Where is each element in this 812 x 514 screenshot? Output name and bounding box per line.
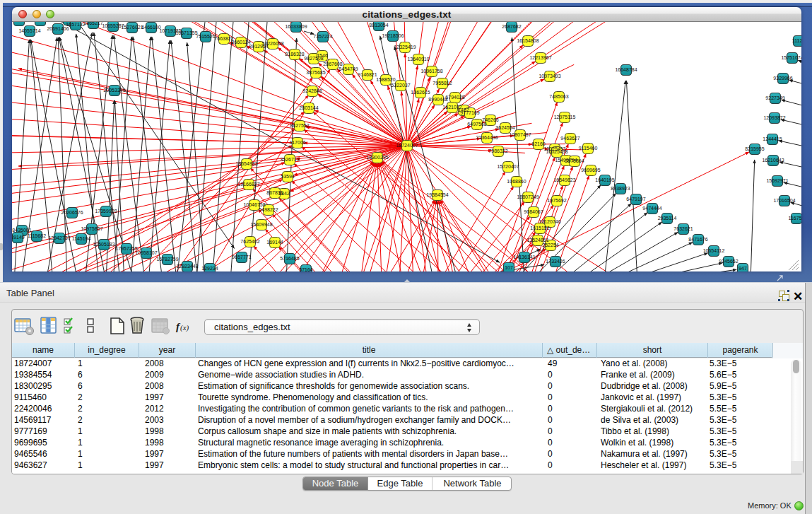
svg-text:18300295: 18300295 [366, 155, 388, 160]
svg-text:21364436: 21364436 [476, 135, 498, 140]
svg-text:1115682: 1115682 [28, 233, 46, 238]
svg-text:10025438: 10025438 [546, 149, 567, 154]
svg-text:116753: 116753 [789, 216, 801, 221]
svg-text:8938923: 8938923 [611, 186, 630, 191]
svg-text:107: 107 [505, 265, 513, 270]
svg-text:9084067: 9084067 [524, 209, 543, 214]
svg-text:11123: 11123 [792, 38, 801, 43]
svg-text:8813054: 8813054 [369, 23, 388, 28]
svg-text:8427552: 8427552 [290, 123, 309, 128]
svg-text:17957255: 17957255 [115, 246, 137, 251]
svg-text:15276021: 15276021 [121, 25, 143, 30]
svg-text:9146821: 9146821 [358, 72, 377, 77]
svg-text:10120746: 10120746 [539, 219, 560, 224]
svg-text:3526713: 3526713 [280, 157, 299, 162]
svg-text:6479197: 6479197 [626, 197, 645, 201]
svg-text:129234: 129234 [201, 266, 218, 271]
svg-text:12325419: 12325419 [394, 45, 416, 49]
svg-text:12213967: 12213967 [529, 55, 551, 60]
svg-text:20053346: 20053346 [103, 88, 125, 93]
svg-text:7986322: 7986322 [488, 148, 507, 153]
svg-text:16210643: 16210643 [762, 158, 784, 163]
svg-text:1640195: 1640195 [595, 177, 614, 182]
svg-text:9227349: 9227349 [765, 95, 784, 100]
svg-text:16033809: 16033809 [285, 24, 307, 29]
svg-text:10654112: 10654112 [703, 248, 725, 253]
svg-text:1975692: 1975692 [547, 198, 566, 203]
svg-text:5498222: 5498222 [259, 207, 278, 212]
svg-text:6466100: 6466100 [141, 25, 160, 30]
svg-text:5322037: 5322037 [391, 83, 410, 88]
svg-text:1244415: 1244415 [763, 136, 782, 141]
svg-text:17016504: 17016504 [773, 198, 795, 203]
svg-text:3575864: 3575864 [565, 158, 584, 163]
svg-text:6794028: 6794028 [445, 95, 464, 100]
svg-text:8471676: 8471676 [688, 237, 707, 242]
svg-text:19654983: 19654983 [235, 161, 257, 166]
svg-text:10046758: 10046758 [243, 202, 265, 207]
svg-text:1865217: 1865217 [83, 22, 102, 25]
svg-text:9329966: 9329966 [773, 76, 792, 81]
svg-text:15692971: 15692971 [766, 178, 788, 183]
svg-text:10807487: 10807487 [509, 132, 531, 137]
svg-text:53226058: 53226058 [261, 41, 283, 46]
svg-text:1657132: 1657132 [66, 22, 85, 27]
svg-text:1733426: 1733426 [546, 259, 565, 264]
svg-text:15409948: 15409948 [250, 222, 272, 227]
svg-text:16671355: 16671355 [175, 30, 197, 35]
svg-text:6497568: 6497568 [467, 122, 486, 127]
svg-text:10961758: 10961758 [420, 69, 442, 74]
svg-text:1588520: 1588520 [376, 77, 395, 82]
svg-text:8215955: 8215955 [745, 146, 764, 151]
svg-text:867831: 867831 [266, 190, 283, 195]
svg-text:2935114: 2935114 [658, 216, 677, 221]
svg-text:7357224: 7357224 [313, 34, 332, 39]
svg-text:417006: 417006 [289, 140, 305, 145]
svg-text:57164: 57164 [299, 267, 313, 271]
svg-text:12923448: 12923448 [176, 264, 198, 269]
svg-text:8454749: 8454749 [339, 66, 358, 71]
svg-text:947: 947 [739, 266, 747, 271]
svg-text:53594: 53594 [281, 174, 295, 179]
svg-text:20691406: 20691406 [47, 26, 69, 31]
svg-text:39149: 39149 [12, 235, 25, 240]
svg-text:14055714: 14055714 [18, 28, 40, 33]
svg-text:15720407: 15720407 [497, 164, 519, 169]
svg-text:19166827: 19166827 [237, 182, 259, 187]
svg-text:252254: 252254 [542, 243, 558, 247]
svg-text:19384554: 19384554 [426, 192, 448, 197]
svg-text:169144: 169144 [266, 240, 283, 245]
svg-text:2687682: 2687682 [502, 24, 521, 29]
svg-text:1615152: 1615152 [530, 226, 549, 230]
svg-text:3624554: 3624554 [495, 125, 514, 130]
svg-text:1068860: 1068860 [507, 179, 526, 184]
svg-text:10958107: 10958107 [135, 250, 157, 255]
svg-text:7625402: 7625402 [240, 239, 259, 244]
svg-text:1546: 1546 [317, 53, 328, 58]
svg-text:5716485: 5716485 [280, 256, 299, 261]
svg-text:9474444: 9474444 [642, 206, 661, 211]
svg-text:8660124: 8660124 [231, 40, 250, 45]
svg-text:15751074: 15751074 [781, 55, 801, 60]
svg-text:1362615: 1362615 [411, 90, 430, 95]
svg-text:2867608: 2867608 [323, 62, 342, 66]
svg-text:7485063: 7485063 [549, 94, 568, 99]
svg-text:(x): (x) [180, 323, 189, 332]
svg-text:10973493: 10973493 [539, 74, 560, 78]
svg-text:12505183: 12505183 [93, 242, 114, 247]
svg-text:14136141: 14136141 [513, 255, 535, 259]
svg-text:17359928: 17359928 [95, 209, 117, 214]
svg-text:9245652: 9245652 [719, 259, 738, 264]
svg-text:7632621: 7632621 [673, 226, 693, 231]
svg-text:12942737: 12942737 [48, 235, 70, 240]
svg-text:9242848: 9242848 [302, 88, 322, 93]
svg-text:3875685: 3875685 [306, 70, 325, 75]
svg-text:7955812: 7955812 [433, 81, 452, 86]
svg-text:9777169: 9777169 [460, 110, 479, 115]
svg-text:9657771: 9657771 [232, 255, 251, 259]
svg-text:18724007: 18724007 [396, 143, 418, 148]
svg-text:16648784: 16648784 [615, 67, 637, 72]
svg-text:2803144: 2803144 [299, 105, 318, 110]
svg-text:9463627: 9463627 [560, 136, 579, 141]
svg-text:1145194: 1145194 [72, 236, 91, 241]
